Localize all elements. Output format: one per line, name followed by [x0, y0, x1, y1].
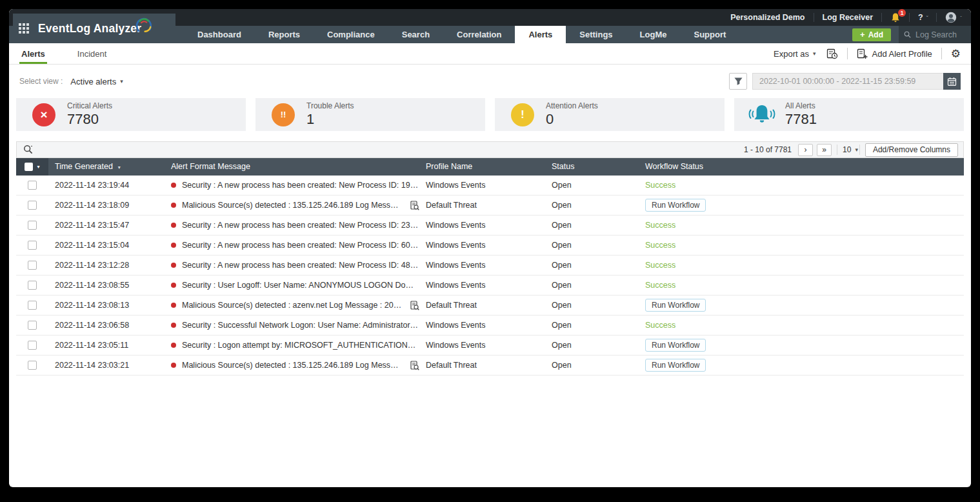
- log-search-box[interactable]: [899, 26, 971, 43]
- run-workflow-button[interactable]: Run Workflow: [645, 199, 706, 212]
- run-workflow-button[interactable]: Run Workflow: [645, 359, 706, 372]
- log-receiver-link[interactable]: Log Receiver: [823, 13, 874, 22]
- schedule-report-icon[interactable]: [826, 48, 838, 59]
- severity-dot-icon: [171, 283, 176, 288]
- row-checkbox[interactable]: [28, 181, 37, 190]
- cell-status: Open: [545, 261, 639, 270]
- page-size-dropdown[interactable]: 10 ▾: [843, 145, 858, 154]
- add-alert-profile-label: Add Alert Profile: [872, 49, 932, 59]
- row-checkbox[interactable]: [28, 261, 37, 270]
- critical-alerts-card[interactable]: × Critical Alerts 7780: [16, 98, 246, 131]
- table-row[interactable]: 2022-11-14 23:05:11 Security : Logon att…: [16, 336, 964, 356]
- row-checkbox[interactable]: [28, 361, 37, 370]
- view-log-icon[interactable]: [410, 301, 419, 310]
- column-header-profile[interactable]: Profile Name: [419, 158, 545, 176]
- all-alerts-card[interactable]: All Alerts 7781: [734, 98, 964, 131]
- table-row[interactable]: 2022-11-14 23:03:21 Malicious Source(s) …: [16, 356, 964, 376]
- select-all-cell: ▾: [16, 158, 48, 176]
- workflow-status-text: Success: [645, 221, 675, 230]
- row-checkbox[interactable]: [28, 221, 37, 230]
- column-header-workflow[interactable]: Workflow Status: [639, 158, 964, 176]
- nav-search[interactable]: Search: [388, 26, 443, 43]
- select-menu-caret-icon[interactable]: ▾: [37, 164, 39, 170]
- workflow-status-text: Success: [645, 181, 675, 190]
- column-header-time[interactable]: Time Generated▾: [48, 158, 165, 176]
- cell-alert-message: Security : A new process has been create…: [182, 241, 419, 250]
- attention-alerts-card[interactable]: ! Attention Alerts 0: [495, 98, 725, 131]
- view-selector-dropdown[interactable]: Active alerts ▾: [70, 77, 123, 86]
- filter-button[interactable]: [729, 73, 747, 90]
- select-view-label: Select view :: [19, 77, 63, 86]
- nav-alerts[interactable]: Alerts: [515, 26, 566, 43]
- table-row[interactable]: 2022-11-14 23:08:13 Malicious Source(s) …: [16, 296, 964, 316]
- table-row[interactable]: 2022-11-14 23:08:55 Security : User Logo…: [16, 276, 964, 296]
- nav-compliance[interactable]: Compliance: [314, 26, 388, 43]
- table-row[interactable]: 2022-11-14 23:06:58 Security : Successfu…: [16, 316, 964, 336]
- run-workflow-button[interactable]: Run Workflow: [645, 339, 706, 352]
- view-log-icon[interactable]: [410, 361, 419, 370]
- nav-reports[interactable]: Reports: [255, 26, 314, 43]
- column-search-icon[interactable]: [23, 145, 34, 155]
- table-row[interactable]: 2022-11-14 23:12:28 Security : A new pro…: [16, 256, 964, 276]
- column-header-message[interactable]: Alert Format Message: [165, 158, 419, 176]
- nav-support[interactable]: Support: [680, 26, 739, 43]
- date-range-input[interactable]: [752, 73, 943, 90]
- nav-dashboard[interactable]: Dashboard: [184, 26, 255, 43]
- add-alert-profile-button[interactable]: Add Alert Profile: [857, 48, 932, 59]
- cell-profile-name: Default Threat: [419, 201, 545, 210]
- add-remove-columns-button[interactable]: Add/Remove Columns: [865, 143, 958, 157]
- last-page-button[interactable]: »: [817, 144, 832, 156]
- row-checkbox[interactable]: [28, 301, 37, 310]
- tab-alerts[interactable]: Alerts: [19, 43, 47, 64]
- add-button[interactable]: + Add: [852, 28, 891, 41]
- nav-settings[interactable]: Settings: [566, 26, 626, 43]
- caret-down-icon: ˇ: [960, 15, 962, 21]
- brand-panel: EventLog Analyzer: [13, 14, 175, 43]
- calendar-icon: [947, 77, 957, 86]
- alert-summary-cards: × Critical Alerts 7780 !! Trouble Alerts…: [9, 98, 971, 131]
- calendar-button[interactable]: [943, 73, 961, 90]
- double-exclamation-icon: !!: [272, 103, 295, 126]
- cell-alert-message: Security : Successful Network Logon: Use…: [182, 321, 419, 330]
- table-row[interactable]: 2022-11-14 23:15:47 Security : A new pro…: [16, 216, 964, 236]
- export-as-dropdown[interactable]: Export as ▾: [774, 49, 815, 59]
- cell-time-generated: 2022-11-14 23:08:13: [48, 301, 165, 310]
- table-row[interactable]: 2022-11-14 23:15:04 Security : A new pro…: [16, 236, 964, 256]
- apps-grid-icon[interactable]: [19, 23, 29, 34]
- log-search-input[interactable]: [915, 30, 966, 39]
- row-checkbox[interactable]: [28, 241, 37, 250]
- trouble-alerts-card[interactable]: !! Trouble Alerts 1: [255, 98, 485, 131]
- divider: [847, 48, 848, 59]
- next-page-button[interactable]: ›: [798, 144, 813, 156]
- table-row[interactable]: 2022-11-14 23:18:09 Malicious Source(s) …: [16, 196, 964, 216]
- pagination: 1 - 10 of 7781 › » 10 ▾ Add/Remove Colum…: [744, 143, 958, 157]
- help-menu[interactable]: ? ˇ: [918, 13, 928, 22]
- view-log-icon[interactable]: [410, 201, 419, 210]
- workflow-status-text: Success: [645, 261, 675, 270]
- bell-icon: [748, 102, 775, 128]
- cell-alert-message: Malicious Source(s) detected : 135.125.2…: [182, 201, 403, 210]
- table-row[interactable]: 2022-11-14 23:19:44 Security : A new pro…: [16, 176, 964, 196]
- cell-profile-name: Default Threat: [419, 301, 545, 310]
- cell-time-generated: 2022-11-14 23:18:09: [48, 201, 165, 210]
- cell-status: Open: [545, 201, 639, 210]
- column-header-status[interactable]: Status: [545, 158, 639, 176]
- severity-dot-icon: [171, 223, 176, 228]
- row-checkbox[interactable]: [28, 321, 37, 330]
- divider: [936, 13, 937, 22]
- tab-incident[interactable]: Incident: [75, 43, 109, 64]
- card-label: Trouble Alerts: [306, 101, 354, 110]
- nav-correlation[interactable]: Correlation: [443, 26, 515, 43]
- row-checkbox[interactable]: [28, 341, 37, 350]
- notifications-bell-icon[interactable]: 1: [890, 12, 901, 23]
- personalized-demo-link[interactable]: Personalized Demo: [730, 13, 805, 22]
- gear-icon[interactable]: ⚙: [951, 48, 961, 59]
- row-checkbox[interactable]: [28, 281, 37, 290]
- run-workflow-button[interactable]: Run Workflow: [645, 299, 706, 312]
- nav-logme[interactable]: LogMe: [626, 26, 681, 43]
- select-all-checkbox[interactable]: [25, 163, 33, 171]
- user-avatar[interactable]: ˇ: [945, 12, 962, 23]
- navbar-right: + Add: [852, 26, 971, 43]
- row-checkbox[interactable]: [28, 201, 37, 210]
- filter-row: Select view : Active alerts ▾: [9, 72, 971, 90]
